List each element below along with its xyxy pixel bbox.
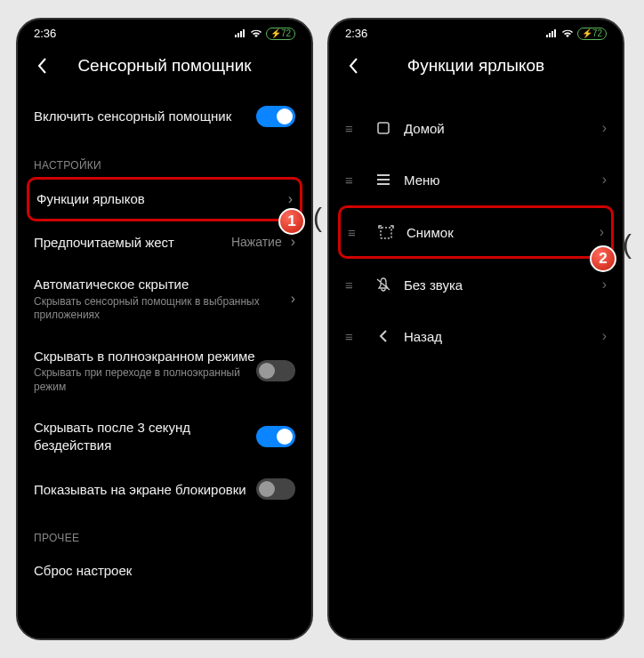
battery-icon: ⚡72 [266, 28, 295, 40]
status-bar: 2:36 ⚡72 [18, 20, 311, 44]
autohide-sub: Скрывать сенсорный помощник в выбранных … [34, 295, 287, 323]
page-title: Сенсорный помощник [52, 56, 278, 76]
reset-label: Сброс настроек [34, 562, 295, 580]
back-icon [368, 329, 398, 343]
svg-rect-0 [378, 123, 389, 133]
gesture-label: Предпочитаемый жест [34, 234, 231, 252]
chevron-icon: › [602, 328, 607, 344]
drag-handle-icon[interactable]: ≡ [345, 329, 368, 344]
lockscreen-toggle[interactable] [256, 478, 295, 500]
shortcut-functions-label: Функции ярлыков [36, 190, 285, 208]
chevron-icon: › [291, 234, 295, 250]
reset-row[interactable]: Сброс настроек [18, 550, 311, 583]
fullscreen-sub: Скрывать при переходе в полноэкранный ре… [34, 366, 256, 394]
chevron-icon: › [602, 172, 607, 188]
fullscreen-toggle[interactable] [256, 360, 295, 381]
shortcut-row-home[interactable]: ≡ Домой › [329, 102, 623, 154]
shortcut-functions-row[interactable]: Функции ярлыков › 1 [27, 177, 302, 221]
battery-icon: ⚡72 [577, 28, 607, 40]
chevron-icon: › [288, 191, 293, 207]
status-bar: 2:36 ⚡72 [329, 20, 623, 44]
hide3s-label: Скрывать после 3 секунд бездействия [34, 419, 256, 453]
shortcut-label: Домой [398, 121, 602, 136]
svg-rect-1 [381, 228, 391, 238]
chevron-icon: › [600, 224, 604, 240]
menu-icon [368, 173, 398, 186]
hide-after-3s-row[interactable]: Скрывать после 3 секунд бездействия [18, 406, 311, 466]
shortcut-label: Снимок [401, 225, 600, 240]
enable-toggle[interactable] [256, 106, 295, 127]
mute-icon [368, 277, 398, 292]
hide3s-toggle[interactable] [256, 426, 295, 447]
phone-right: 2:36 ⚡72 Функции ярлыков ≡ Домой › ≡ [327, 18, 624, 640]
drag-handle-icon[interactable]: ≡ [345, 121, 368, 136]
autohide-label: Автоматическое скрытие [34, 276, 287, 293]
lockscreen-label: Показывать на экране блокировки [34, 481, 256, 499]
phone-left: 2:36 ⚡72 Сенсорный помощник Включить сен… [16, 18, 313, 640]
chevron-icon: › [291, 291, 295, 307]
auto-hide-row[interactable]: Автоматическое скрытие Скрывать сенсорны… [18, 263, 311, 335]
shortcut-label: Без звука [398, 277, 602, 293]
shortcut-row-back[interactable]: ≡ Назад › [329, 310, 623, 362]
drag-handle-icon[interactable]: ≡ [345, 277, 368, 293]
hide-fullscreen-row[interactable]: Скрывать в полноэкранном режиме Скрывать… [18, 335, 311, 407]
home-icon [368, 121, 398, 135]
enable-label: Включить сенсорный помощник [34, 108, 256, 125]
section-other: ПРОЧЕЕ [18, 512, 311, 550]
decorative-bracket: ( [623, 229, 632, 260]
status-icons: ⚡72 [545, 28, 607, 40]
back-icon[interactable] [32, 58, 52, 74]
decorative-bracket: ( [313, 203, 322, 233]
screenshot-icon [371, 225, 401, 239]
status-icons: ⚡72 [234, 28, 295, 40]
preferred-gesture-row[interactable]: Предпочитаемый жест Нажатие › [18, 221, 311, 264]
status-time: 2:36 [345, 27, 367, 40]
drag-handle-icon[interactable]: ≡ [345, 173, 368, 188]
shortcut-row-menu[interactable]: ≡ Меню › [329, 154, 623, 205]
page-title: Функции ярлыков [363, 56, 589, 76]
gesture-value: Нажатие [231, 235, 282, 249]
header: Функции ярлыков [329, 44, 623, 93]
drag-handle-icon[interactable]: ≡ [348, 225, 371, 240]
shortcut-label: Меню [398, 173, 602, 188]
chevron-icon: › [602, 120, 607, 136]
chevron-icon: › [602, 277, 607, 293]
callout-badge-2: 2 [590, 245, 616, 272]
section-settings: НАСТРОЙКИ [18, 140, 311, 177]
status-time: 2:36 [34, 27, 56, 40]
show-on-lockscreen-row[interactable]: Показывать на экране блокировки [18, 466, 311, 512]
fullscreen-label: Скрывать в полноэкранном режиме [34, 348, 256, 365]
back-icon[interactable] [343, 58, 363, 74]
header: Сенсорный помощник [18, 44, 311, 93]
enable-touch-assistant-row[interactable]: Включить сенсорный помощник [18, 93, 311, 140]
shortcut-label: Назад [398, 329, 602, 344]
shortcut-row-screenshot[interactable]: ≡ Снимок › 2 [338, 205, 614, 259]
shortcut-row-mute[interactable]: ≡ Без звука › [329, 259, 623, 310]
